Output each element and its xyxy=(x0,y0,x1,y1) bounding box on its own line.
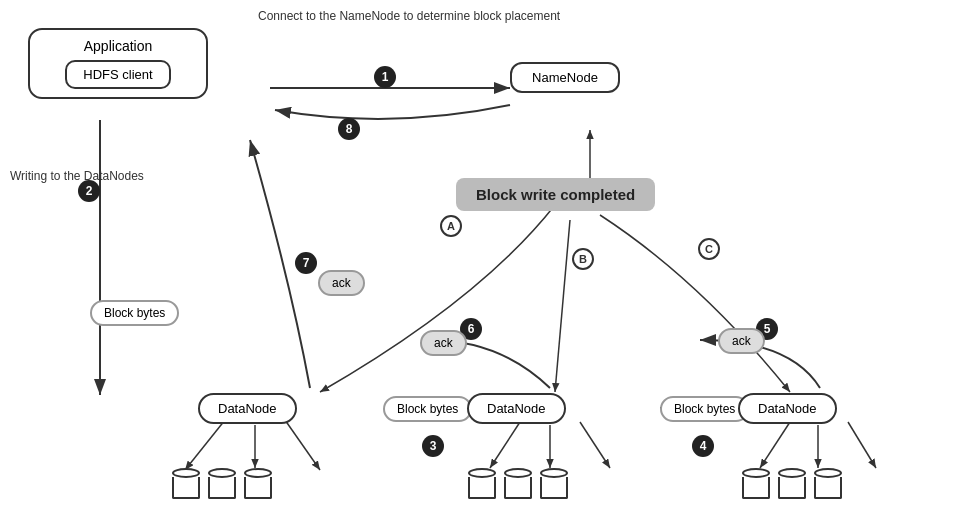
ack-5: ack xyxy=(718,328,765,354)
step-7: 7 xyxy=(295,252,317,274)
block-write-banner: Block write completed xyxy=(456,178,655,211)
cylinder-1b xyxy=(208,468,236,499)
ack-7: ack xyxy=(318,270,365,296)
hdfs-client-box: HDFS client xyxy=(65,60,170,89)
svg-line-7 xyxy=(285,420,320,470)
block-bytes-2: Block bytes xyxy=(383,396,472,422)
cylinder-1a xyxy=(172,468,200,499)
application-label: Application xyxy=(84,38,153,54)
block-bytes-1: Block bytes xyxy=(90,300,179,326)
datanode-1: DataNode xyxy=(198,393,297,424)
datanode-3-label: DataNode xyxy=(758,401,817,416)
svg-line-11 xyxy=(760,422,790,468)
diagram-container: Connect to the NameNode to determine blo… xyxy=(0,0,977,530)
cylinder-3a xyxy=(742,468,770,499)
hdfs-client-label: HDFS client xyxy=(83,67,152,82)
cylinders-3 xyxy=(742,468,842,499)
cylinder-3b xyxy=(778,468,806,499)
step-2: 2 xyxy=(78,180,100,202)
svg-line-10 xyxy=(580,422,610,468)
block-bytes-1-label: Block bytes xyxy=(104,306,165,320)
cylinder-3c xyxy=(814,468,842,499)
left-annotation: Writing to the DataNodes xyxy=(10,168,144,185)
namenode-label: NameNode xyxy=(532,70,598,85)
step-8: 8 xyxy=(338,118,360,140)
letter-C: C xyxy=(698,238,720,260)
namenode-box: NameNode xyxy=(510,62,620,93)
cylinder-2b xyxy=(504,468,532,499)
block-bytes-3-label: Block bytes xyxy=(674,402,735,416)
block-bytes-2-label: Block bytes xyxy=(397,402,458,416)
ack-6-label: ack xyxy=(434,336,453,350)
step-3: 3 xyxy=(422,435,444,457)
cylinder-2a xyxy=(468,468,496,499)
svg-line-8 xyxy=(490,422,520,468)
block-write-label: Block write completed xyxy=(476,186,635,203)
letter-B: B xyxy=(572,248,594,270)
letter-A: A xyxy=(440,215,462,237)
cylinders-2 xyxy=(468,468,568,499)
datanode-3: DataNode xyxy=(738,393,837,424)
svg-line-5 xyxy=(185,420,225,470)
ack-7-label: ack xyxy=(332,276,351,290)
step-1: 1 xyxy=(374,66,396,88)
datanode-2: DataNode xyxy=(467,393,566,424)
step-4: 4 xyxy=(692,435,714,457)
datanode-2-label: DataNode xyxy=(487,401,546,416)
cylinder-2c xyxy=(540,468,568,499)
cylinder-1c xyxy=(244,468,272,499)
svg-line-13 xyxy=(848,422,876,468)
cylinders-1 xyxy=(172,468,272,499)
datanode-1-label: DataNode xyxy=(218,401,277,416)
top-annotation: Connect to the NameNode to determine blo… xyxy=(258,8,560,25)
ack-5-label: ack xyxy=(732,334,751,348)
application-box: Application HDFS client xyxy=(28,28,208,99)
ack-6: ack xyxy=(420,330,467,356)
block-bytes-3: Block bytes xyxy=(660,396,749,422)
